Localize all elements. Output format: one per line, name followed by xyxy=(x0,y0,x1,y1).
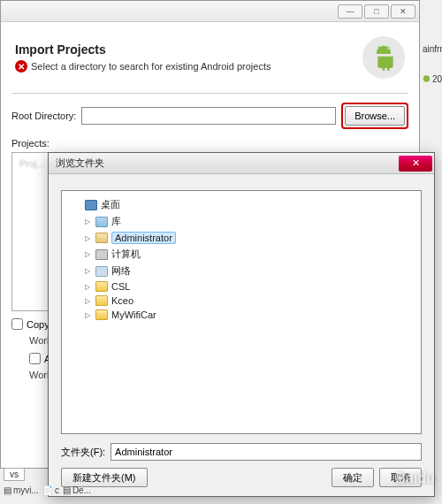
ok-button[interactable]: 确定 xyxy=(332,468,374,487)
import-header: Import Projects ✕ Select a directory to … xyxy=(11,29,408,89)
folder-icon xyxy=(95,295,108,306)
expand-icon[interactable]: ▷ xyxy=(83,296,92,305)
tree-item-label: Kceo xyxy=(111,295,133,306)
file-icon: ▤ xyxy=(4,485,11,495)
add-working-sets-checkbox[interactable] xyxy=(29,353,41,364)
tree-item-计算机[interactable]: ▷计算机 xyxy=(81,246,417,263)
divider xyxy=(11,93,408,94)
file-label: c xyxy=(55,485,59,495)
root-directory-input[interactable] xyxy=(81,107,336,125)
tree-item-label: MyWifiCar xyxy=(111,309,156,320)
browse-folder-dialog: 浏览文件夹 ✕ 桌面▷库▷Administrator▷计算机▷网络▷CSL▷Kc… xyxy=(48,152,435,497)
tree-item-mywificar[interactable]: ▷MyWifiCar xyxy=(81,308,417,322)
file-icon: 📄 xyxy=(42,485,53,495)
tree-item-label: 库 xyxy=(111,215,121,228)
expand-icon[interactable]: ▷ xyxy=(83,310,92,319)
tree-item-桌面[interactable]: 桌面 xyxy=(71,196,417,213)
bottom-file-row: ▤myvi...📄c▤De... xyxy=(4,485,91,495)
page-title: Import Projects xyxy=(15,42,354,57)
file-label: De... xyxy=(72,485,91,495)
browse-button[interactable]: Browse... xyxy=(345,106,405,126)
tree-item-administrator[interactable]: ▷Administrator xyxy=(81,230,417,246)
folder-field-input[interactable] xyxy=(110,443,422,461)
tree-item-label: Administrator xyxy=(111,232,176,244)
dialog-close-button[interactable]: ✕ xyxy=(399,156,432,172)
folder-icon xyxy=(95,309,108,320)
twenty-text: 20 xyxy=(432,74,442,84)
expand-icon[interactable]: ▷ xyxy=(83,267,92,276)
root-directory-label: Root Directory: xyxy=(11,111,76,121)
tree-item-网络[interactable]: ▷网络 xyxy=(81,263,417,279)
bottom-tabs: vs xyxy=(4,468,25,481)
net-icon xyxy=(95,266,108,277)
tree-item-库[interactable]: ▷库 xyxy=(81,213,417,230)
right-panel-peek: ainfrm 20 xyxy=(423,42,442,84)
expand-icon[interactable]: ▷ xyxy=(83,233,92,242)
tree-item-label: 桌面 xyxy=(101,198,120,211)
maximize-button[interactable]: □ xyxy=(364,4,389,19)
folder-icon xyxy=(95,281,108,292)
android-icon xyxy=(362,36,405,79)
file-label: myvi... xyxy=(13,485,39,495)
expand-icon[interactable] xyxy=(72,201,81,210)
expand-icon[interactable]: ▷ xyxy=(83,218,92,226)
file-icon: ▤ xyxy=(63,485,71,495)
tree-item-label: 计算机 xyxy=(111,248,141,261)
tree-item-csl[interactable]: ▷CSL xyxy=(81,279,417,294)
copy-projects-checkbox[interactable] xyxy=(11,318,23,330)
tree-item-label: 网络 xyxy=(111,264,131,278)
android-small-icon xyxy=(423,73,431,84)
browse-highlight: Browse... xyxy=(341,103,408,129)
bottom-file-item[interactable]: ▤myvi... xyxy=(4,485,39,495)
tree-item-kceo[interactable]: ▷Kceo xyxy=(81,294,417,308)
svg-point-0 xyxy=(423,75,430,81)
window-titlebar: — □ ✕ xyxy=(1,1,419,22)
folder-tree[interactable]: 桌面▷库▷Administrator▷计算机▷网络▷CSL▷Kceo▷MyWif… xyxy=(61,190,422,434)
folder-field-label: 文件夹(F): xyxy=(61,446,105,459)
dialog-title: 浏览文件夹 xyxy=(56,157,104,170)
error-icon: ✕ xyxy=(15,60,27,73)
minimize-button[interactable]: — xyxy=(338,4,362,19)
subtitle-text: Select a directory to search for existin… xyxy=(31,61,271,72)
expand-icon[interactable]: ▷ xyxy=(83,250,92,259)
desktop-icon xyxy=(85,200,97,210)
tree-item-label: CSL xyxy=(111,281,130,292)
tab-vs[interactable]: vs xyxy=(4,468,25,481)
bottom-file-item[interactable]: 📄c xyxy=(42,485,59,495)
bottom-file-item[interactable]: ▤De... xyxy=(63,485,91,495)
expand-icon[interactable]: ▷ xyxy=(83,282,92,291)
close-button[interactable]: ✕ xyxy=(391,4,415,19)
lib-icon xyxy=(95,217,108,227)
cancel-button[interactable]: 取消 xyxy=(379,468,422,487)
user-icon xyxy=(95,233,108,243)
projects-label: Projects: xyxy=(11,138,408,149)
dialog-titlebar: 浏览文件夹 ✕ xyxy=(49,153,434,174)
new-folder-button[interactable]: 新建文件夹(M) xyxy=(61,468,148,487)
comp-icon xyxy=(95,249,108,260)
ainfrm-text: ainfrm xyxy=(423,42,442,56)
